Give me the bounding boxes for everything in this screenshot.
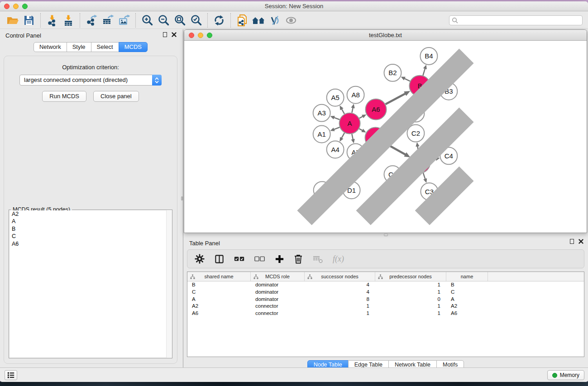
clone-network-icon: [236, 14, 248, 27]
table-row[interactable]: Cdominator41C: [187, 289, 584, 296]
resize-grip-icon[interactable]: [184, 41, 587, 233]
zoom-in-button[interactable]: [139, 13, 155, 28]
column-view-button[interactable]: [214, 254, 225, 264]
cell-successor-nodes[interactable]: 1: [305, 310, 375, 317]
table-row[interactable]: A6connector11A6: [187, 310, 584, 317]
task-history-button[interactable]: [5, 370, 17, 380]
export-image-button[interactable]: [116, 13, 132, 28]
search-input[interactable]: [458, 17, 580, 24]
tab-mcds[interactable]: MCDS: [119, 42, 148, 52]
result-scrollbar[interactable]: [166, 210, 172, 358]
table-row[interactable]: Bdominator41B: [187, 281, 584, 289]
horizontal-splitter[interactable]: [183, 233, 588, 236]
float-table-panel-icon[interactable]: [570, 239, 574, 244]
tab-network[interactable]: Network: [33, 42, 67, 52]
cell-MCDS-role[interactable]: dominator: [251, 281, 305, 289]
table-row[interactable]: A2connector11A2: [187, 303, 584, 310]
column-header-shared-name[interactable]: shared name: [187, 272, 251, 281]
minimize-network-button[interactable]: [198, 33, 203, 38]
clone-network-button[interactable]: [234, 13, 250, 28]
function-builder-button[interactable]: f(x): [333, 254, 344, 264]
close-panel-icon[interactable]: [172, 32, 177, 37]
cell-predecessor-nodes[interactable]: 1: [375, 281, 446, 289]
result-item-a[interactable]: A: [10, 218, 172, 225]
cell-name[interactable]: A2: [446, 303, 488, 310]
export-table-button[interactable]: [100, 13, 116, 28]
cell-predecessor-nodes[interactable]: 0: [375, 296, 446, 303]
import-table-button[interactable]: [60, 13, 76, 28]
result-item-c[interactable]: C: [10, 233, 172, 240]
show-hide-button[interactable]: [283, 13, 299, 28]
result-item-b[interactable]: B: [10, 225, 172, 233]
column-header-predecessor-nodes[interactable]: predecessor nodes: [375, 272, 446, 281]
zoom-out-button[interactable]: [155, 13, 172, 28]
optimization-criterion-select[interactable]: largest connected component (directed): [19, 75, 162, 86]
save-session-button[interactable]: [21, 13, 37, 28]
maximize-network-button[interactable]: [207, 33, 212, 38]
table-header-row: shared nameMCDS rolesuccessor nodesprede…: [187, 272, 584, 281]
cell-shared-name[interactable]: C: [187, 289, 251, 296]
export-network-button[interactable]: [83, 13, 100, 28]
run-mcds-button[interactable]: Run MCDS: [42, 91, 86, 102]
cell-name[interactable]: A: [446, 296, 488, 303]
network-canvas[interactable]: B4B2BB3A8A5A6B1A3AC2A1A2A4A7C4CC1C3DD1: [184, 41, 587, 233]
column-header-name[interactable]: name: [446, 272, 488, 281]
cell-shared-name[interactable]: B: [187, 281, 251, 289]
toolbar-separator: [230, 13, 231, 28]
zoom-selected-button[interactable]: [188, 13, 204, 28]
cell-name[interactable]: A6: [446, 310, 488, 317]
cell-successor-nodes[interactable]: 8: [305, 296, 375, 303]
cell-shared-name[interactable]: A: [187, 296, 251, 303]
cell-shared-name[interactable]: A6: [187, 310, 251, 317]
node-table: shared nameMCDS rolesuccessor nodesprede…: [187, 272, 584, 357]
deselect-all-button[interactable]: [254, 256, 265, 262]
cell-predecessor-nodes[interactable]: 1: [375, 310, 446, 317]
cell-name[interactable]: C: [446, 289, 488, 296]
close-network-button[interactable]: [189, 33, 194, 38]
table-row[interactable]: Adominator80A: [187, 296, 584, 303]
refresh-layout-button[interactable]: [211, 13, 227, 28]
houses-icon: [252, 15, 265, 26]
close-table-panel-icon[interactable]: [578, 239, 583, 244]
result-item-a6[interactable]: A6: [10, 240, 172, 248]
search-box[interactable]: [449, 15, 583, 25]
add-row-button[interactable]: [275, 254, 284, 264]
toolbar-separator: [207, 13, 208, 28]
column-header-successor-nodes[interactable]: successor nodes: [305, 272, 375, 281]
float-panel-icon[interactable]: [163, 32, 167, 37]
cell-MCDS-role[interactable]: dominator: [251, 289, 305, 296]
cell-MCDS-role[interactable]: connector: [251, 310, 305, 317]
graphics-details-button[interactable]: [267, 13, 283, 28]
cell-shared-name[interactable]: A2: [187, 303, 251, 310]
cell-MCDS-role[interactable]: dominator: [251, 296, 305, 303]
open-session-button[interactable]: [5, 13, 21, 28]
zoom-fit-button[interactable]: [172, 13, 188, 28]
result-item-a2[interactable]: A2: [10, 210, 172, 218]
cell-successor-nodes[interactable]: 1: [305, 303, 375, 310]
import-network-button[interactable]: [44, 13, 60, 28]
memory-label: Memory: [560, 372, 579, 378]
cell-predecessor-nodes[interactable]: 1: [375, 303, 446, 310]
table-settings-button[interactable]: [195, 254, 205, 264]
cell-successor-nodes[interactable]: 4: [305, 289, 375, 296]
select-all-button[interactable]: [234, 256, 245, 262]
network-traffic-lights: [189, 33, 212, 38]
cell-name[interactable]: B: [446, 281, 488, 289]
traffic-lights: [4, 4, 28, 9]
maximize-window-button[interactable]: [22, 4, 28, 9]
memory-button[interactable]: Memory: [547, 370, 584, 380]
delete-row-button[interactable]: [294, 254, 303, 264]
cell-successor-nodes[interactable]: 4: [305, 281, 375, 289]
cell-MCDS-role[interactable]: connector: [251, 303, 305, 310]
close-window-button[interactable]: [4, 4, 10, 9]
close-panel-button[interactable]: Close panel: [93, 91, 139, 102]
mcds-result-list: A2ABCA6: [10, 210, 172, 357]
cell-predecessor-nodes[interactable]: 1: [375, 289, 446, 296]
tab-select[interactable]: Select: [91, 42, 119, 52]
table-panel: Table Panel: [183, 236, 588, 367]
tab-style[interactable]: Style: [67, 42, 91, 52]
column-header-MCDS-role[interactable]: MCDS role: [251, 272, 305, 281]
minimize-window-button[interactable]: [13, 4, 19, 9]
first-neighbors-button[interactable]: [250, 13, 267, 28]
delete-table-button[interactable]: [312, 254, 323, 264]
